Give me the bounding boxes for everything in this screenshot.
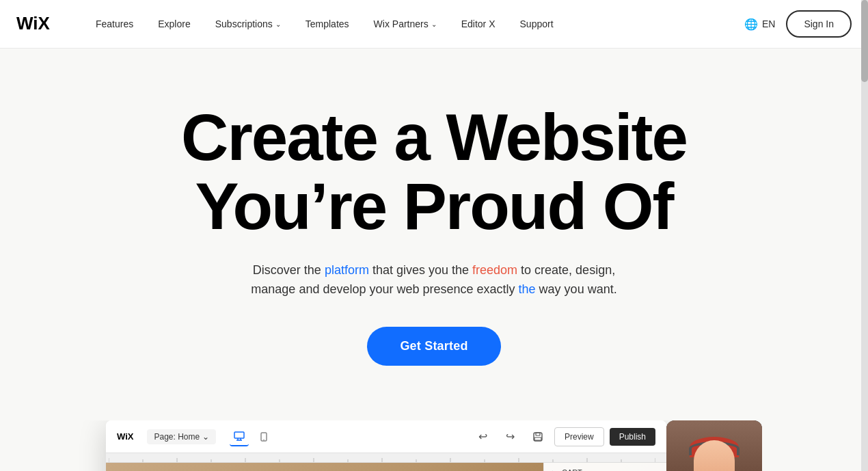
editor-actions: ↩ ↪ Preview Publish [472,426,655,448]
editor-canvas: 📱 TPHONES ▶ CART ▶ END. PRO [106,463,666,471]
svg-rect-8 [536,433,540,435]
editor-undo-icon[interactable]: ↩ [472,426,494,448]
editor-preview-button[interactable]: Preview [554,427,604,446]
panel-label-cart: CART [562,468,582,471]
editor-page-selector[interactable]: Page: Home ⌄ [147,429,216,444]
scrollbar-thumb[interactable] [861,0,868,82]
editor-mobile-icon[interactable] [254,427,273,446]
editor-save-icon[interactable] [527,426,549,448]
chat-avatar [666,420,762,471]
language-selector[interactable]: 🌐 EN [744,18,775,31]
wix-logo[interactable]: WiX [16,13,59,35]
scrollbar[interactable] [861,0,868,471]
editor-preview: WiX Page: Home ⌄ [106,420,666,471]
editor-view-icons [230,427,273,446]
get-started-button[interactable]: Get Started [367,327,500,366]
editor-ruler-marks [106,453,666,462]
canvas-sidebar-panel: ▶ CART ▶ END. PRO [543,463,666,471]
editor-page-label: Page: Home [154,432,200,442]
editor-redo-icon[interactable]: ↪ [500,426,521,448]
panel-item-cart[interactable]: ▶ CART [544,463,666,471]
navbar: WiX Features Explore Subscriptions ⌄ Tem… [0,0,868,49]
editor-page-chevron-icon: ⌄ [202,432,209,442]
nav-item-editor-x[interactable]: Editor X [449,0,508,49]
nav-item-subscriptions[interactable]: Subscriptions ⌄ [203,0,293,49]
wix-partners-chevron-icon: ⌄ [431,21,437,28]
subscriptions-label: Subscriptions [215,18,273,29]
svg-rect-9 [534,438,541,440]
chat-bubble[interactable] [666,420,762,471]
nav-item-features[interactable]: Features [83,0,146,49]
svg-rect-1 [234,432,244,438]
editor-logo: WiX [117,431,133,442]
hero-title-line2: You’re Proud Of [195,170,673,243]
editor-preview-container: WiX Page: Home ⌄ [0,420,868,471]
hero-section: Create a Website You’re Proud Of Discove… [0,49,868,393]
svg-rect-7 [534,433,542,441]
language-label: EN [762,18,775,29]
svg-point-6 [263,439,265,440]
editor-desktop-icon[interactable] [230,427,249,446]
svg-text:WiX: WiX [16,13,51,32]
subscriptions-chevron-icon: ⌄ [275,21,281,28]
sign-in-button[interactable]: Sign In [786,10,852,38]
hero-subtitle: Discover the platform that gives you the… [251,260,616,300]
navbar-right: 🌐 EN Sign In [744,10,852,38]
editor-toolbar: WiX Page: Home ⌄ [106,420,666,453]
nav-item-explore[interactable]: Explore [146,0,202,49]
wix-partners-label: Wix Partners [374,18,429,29]
editor-publish-button[interactable]: Publish [610,428,655,446]
globe-icon: 🌐 [744,18,758,31]
hero-title: Create a Website You’re Proud Of [181,103,687,241]
editor-ruler [106,453,666,463]
nav-item-templates[interactable]: Templates [293,0,362,49]
nav-item-wix-partners[interactable]: Wix Partners ⌄ [362,0,449,49]
hero-title-line1: Create a Website [181,100,687,174]
nav-links: Features Explore Subscriptions ⌄ Templat… [83,0,744,49]
nav-item-support[interactable]: Support [508,0,566,49]
